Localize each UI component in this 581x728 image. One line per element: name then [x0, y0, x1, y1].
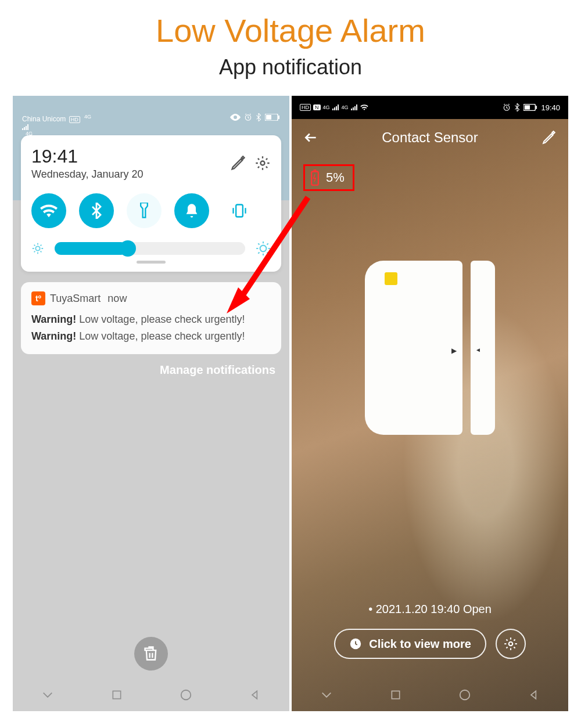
- view-more-button[interactable]: Click to view more: [334, 629, 486, 659]
- page-heading: Low Voltage Alarm: [0, 0, 581, 49]
- qs-date: Wednesday, January 20: [31, 168, 143, 181]
- svg-rect-5: [236, 205, 243, 217]
- nav-overview-icon[interactable]: [180, 689, 192, 701]
- gear-icon[interactable]: [254, 155, 271, 171]
- bluetooth-icon: [256, 113, 261, 121]
- notif-line2-text: Low voltage, please check urgently!: [76, 330, 245, 342]
- page-subheading: App notification: [0, 49, 581, 80]
- quick-settings-panel: 19:41 Wednesday, January 20: [21, 135, 281, 272]
- svg-rect-8: [113, 691, 120, 698]
- nav-recents-icon[interactable]: [41, 689, 54, 701]
- notif-line2-bold: Warning!: [31, 330, 76, 342]
- vibrate-toggle[interactable]: [222, 193, 257, 228]
- battery-icon: [265, 114, 280, 121]
- nav-bar: [13, 679, 289, 711]
- wifi-toggle[interactable]: [31, 193, 66, 228]
- nav-back-icon[interactable]: [528, 689, 540, 701]
- brightness-slider[interactable]: [55, 242, 245, 255]
- back-button[interactable]: [303, 130, 318, 145]
- status-bar: HD N 4G 4G 19:40: [292, 96, 568, 119]
- net-indicator-1: 4G: [84, 114, 91, 120]
- signal-icon-1: [332, 104, 339, 110]
- screen-title: Contact Sensor: [318, 129, 541, 146]
- panel-drag-handle[interactable]: [137, 261, 166, 264]
- notification-card[interactable]: tº TuyaSmart now Warning! Low voltage, p…: [21, 282, 281, 354]
- svg-rect-2: [266, 115, 271, 120]
- net-indicator-1: 4G: [323, 104, 330, 110]
- status-time: 19:40: [541, 103, 560, 112]
- svg-point-17: [509, 642, 513, 646]
- svg-point-7: [260, 246, 267, 252]
- svg-rect-3: [278, 116, 279, 119]
- edit-button[interactable]: [541, 130, 557, 145]
- nav-home-icon[interactable]: [390, 689, 401, 701]
- svg-point-19: [460, 690, 470, 700]
- last-event-log: 2021.1.20 19:40 Open: [292, 603, 568, 616]
- bluetooth-toggle[interactable]: [79, 193, 114, 228]
- signal-icon-1: [22, 124, 91, 130]
- low-battery-icon: [310, 170, 320, 186]
- svg-point-9: [181, 690, 191, 700]
- net-indicator-2: 4G: [26, 131, 33, 136]
- nav-overview-icon[interactable]: [458, 689, 471, 701]
- edit-icon[interactable]: [230, 155, 246, 171]
- status-bar: China Unicom HD 4G 4G 2.8 K/s China Mobi…: [13, 96, 289, 131]
- status-hd-badge: HD: [69, 116, 80, 123]
- notif-line1-text: Low voltage, please check urgently!: [76, 313, 245, 325]
- alarm-icon: [244, 113, 252, 121]
- dnd-toggle[interactable]: [174, 193, 209, 228]
- tuya-app-icon: tº: [31, 291, 45, 305]
- svg-rect-13: [536, 106, 537, 109]
- bluetooth-icon: [514, 103, 520, 111]
- svg-point-6: [35, 246, 40, 250]
- carrier-1: China Unicom: [22, 115, 66, 123]
- phone-notification-shade: China Unicom HD 4G 4G 2.8 K/s China Mobi…: [13, 96, 289, 711]
- status-hd-badge: HD: [300, 104, 311, 111]
- sensor-main-body: ▶: [365, 261, 462, 435]
- sensor-magnet-body: [471, 261, 495, 435]
- svg-rect-15: [314, 170, 317, 172]
- alarm-icon: [503, 103, 511, 111]
- phone-app-screen: HD N 4G 4G 19:40 Contact Sensor: [292, 96, 568, 711]
- eye-comfort-icon: [230, 114, 241, 121]
- net-indicator-2: 4G: [342, 104, 349, 110]
- svg-point-4: [261, 161, 265, 165]
- notification-time: now: [107, 293, 127, 305]
- clear-all-button[interactable]: [134, 637, 168, 671]
- notification-app-name: TuyaSmart: [50, 293, 101, 305]
- nav-home-icon[interactable]: [111, 689, 123, 701]
- battery-icon: [523, 104, 537, 111]
- brightness-high-icon: [256, 241, 271, 256]
- svg-rect-18: [392, 691, 399, 698]
- sensor-illustration: ▶: [292, 261, 568, 435]
- flashlight-toggle[interactable]: [127, 193, 162, 228]
- clock-icon: [349, 637, 362, 650]
- sensor-alignment-mark: ▶: [451, 347, 457, 355]
- brightness-low-icon: [31, 242, 44, 255]
- status-n-badge: N: [313, 104, 321, 110]
- nav-bar: [292, 679, 568, 711]
- signal-icon-2: [351, 104, 358, 110]
- phones-row: China Unicom HD 4G 4G 2.8 K/s China Mobi…: [0, 96, 581, 711]
- manage-notifications-link[interactable]: Manage notifications: [13, 354, 289, 377]
- battery-level-indicator: 5%: [303, 164, 354, 191]
- qs-time: 19:41: [31, 146, 143, 167]
- view-more-label: Click to view more: [369, 637, 471, 651]
- settings-button[interactable]: [496, 629, 526, 659]
- wifi-icon: [360, 104, 368, 110]
- notif-line1-bold: Warning!: [31, 313, 76, 325]
- nav-recents-icon[interactable]: [320, 689, 333, 701]
- sensor-led-icon: [385, 272, 397, 285]
- battery-percent: 5%: [326, 170, 345, 185]
- nav-back-icon[interactable]: [249, 689, 261, 701]
- svg-rect-12: [525, 105, 530, 109]
